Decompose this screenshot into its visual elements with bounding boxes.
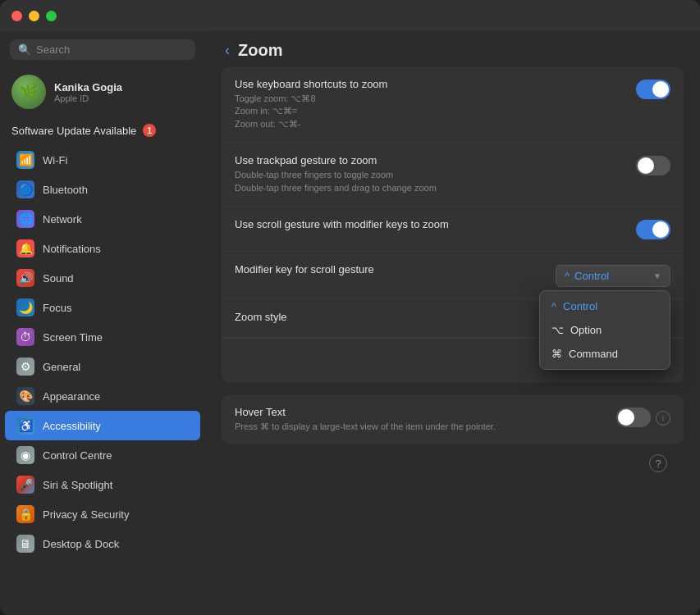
sidebar-item-label: Sound	[43, 272, 74, 285]
sidebar: 🔍 🌿 Kanika Gogia Apple ID Software Updat…	[0, 31, 205, 615]
scroll-gesture-row: Use scroll gesture with modifier keys to…	[222, 207, 684, 252]
sidebar-item-label: Wi-Fi	[43, 154, 67, 166]
close-button[interactable]	[11, 11, 22, 21]
modifier-option-control[interactable]: ^ Control	[540, 294, 670, 318]
trackpad-gesture-content: Use trackpad gesture to zoom Double-tap …	[235, 154, 636, 194]
hover-text-section: Hover Text Press ⌘ to display a large-te…	[222, 394, 684, 444]
modifier-key-label: Modifier key for scroll gesture	[235, 263, 556, 276]
appearance-icon: 🎨	[16, 387, 34, 405]
option-label: Command	[569, 348, 618, 360]
hover-text-toggle[interactable]	[616, 408, 651, 427]
keyboard-shortcuts-sub: Toggle zoom: ⌥⌘8 Zoom in: ⌥⌘= Zoom out: …	[235, 93, 636, 130]
sidebar-item-controlcentre[interactable]: ◉ Control Centre	[5, 440, 200, 470]
trackpad-gesture-toggle[interactable]	[636, 156, 670, 175]
sidebar-item-label: Notifications	[43, 243, 101, 255]
screentime-icon: ⏱	[16, 328, 34, 346]
sidebar-item-wifi[interactable]: 📶 Wi-Fi	[5, 145, 200, 175]
modifier-key-control: ^ Control ▼ ^ Control	[556, 265, 670, 287]
keyboard-shortcuts-toggle[interactable]	[636, 80, 670, 99]
modifier-key-dropdown-container: ^ Control ▼ ^ Control	[556, 265, 670, 287]
sidebar-item-sound[interactable]: 🔊 Sound	[5, 263, 200, 293]
keyboard-shortcuts-label: Use keyboard shortcuts to zoom	[235, 78, 636, 90]
help-area: ?	[222, 456, 684, 489]
sound-icon: 🔊	[16, 269, 34, 287]
avatar: 🌿	[11, 75, 46, 109]
scroll-gesture-control	[636, 220, 670, 239]
modifier-option-option[interactable]: ⌥ Option	[540, 318, 670, 342]
search-box[interactable]: 🔍	[10, 39, 195, 60]
user-profile[interactable]: 🌿 Kanika Gogia Apple ID	[0, 66, 205, 119]
main-header: ‹ Zoom	[205, 31, 700, 66]
sidebar-item-label: Control Centre	[43, 449, 112, 462]
main-window: 🔍 🌿 Kanika Gogia Apple ID Software Updat…	[0, 0, 700, 615]
desktop-icon: 🖥	[16, 535, 34, 553]
accessibility-icon: ♿	[16, 417, 34, 435]
sidebar-item-network[interactable]: 🌐 Network	[5, 204, 200, 234]
hover-text-row: Hover Text Press ⌘ to display a large-te…	[222, 394, 684, 444]
sidebar-item-accessibility[interactable]: ♿ Accessibility	[5, 411, 200, 440]
modifier-option-command[interactable]: ⌘ Command	[540, 342, 670, 366]
focus-icon: 🌙	[16, 298, 34, 317]
main-content: ‹ Zoom Use keyboard shortcuts to zoom To…	[205, 31, 700, 615]
sidebar-item-general[interactable]: ⚙ General	[5, 352, 200, 381]
avatar-image: 🌿	[11, 75, 46, 109]
dropdown-arrow-icon: ▼	[653, 271, 661, 280]
sidebar-item-bluetooth[interactable]: 🔵 Bluetooth	[5, 175, 200, 204]
modifier-key-value: Control	[574, 270, 609, 282]
update-badge: 1	[143, 124, 156, 137]
trackpad-gesture-label: Use trackpad gesture to zoom	[235, 154, 636, 166]
sidebar-item-privacy[interactable]: 🔒 Privacy & Security	[5, 499, 200, 529]
sidebar-item-notifications[interactable]: 🔔 Notifications	[5, 234, 200, 263]
notifications-icon: 🔔	[16, 239, 34, 257]
sidebar-item-siri[interactable]: 🎤 Siri & Spotlight	[5, 470, 200, 499]
scroll-gesture-toggle[interactable]	[636, 220, 670, 239]
sidebar-item-focus[interactable]: 🌙 Focus	[5, 293, 200, 322]
trackpad-gesture-row: Use trackpad gesture to zoom Double-tap …	[222, 143, 684, 207]
help-button[interactable]: ?	[649, 454, 667, 472]
back-button[interactable]: ‹	[225, 42, 230, 59]
page-title: Zoom	[238, 41, 282, 60]
siri-icon: 🎤	[16, 476, 34, 494]
modifier-key-prefix: ^	[565, 270, 570, 282]
traffic-lights	[11, 11, 57, 21]
wifi-icon: 📶	[16, 151, 34, 169]
info-icon[interactable]: i	[656, 411, 670, 426]
scroll-gesture-content: Use scroll gesture with modifier keys to…	[235, 218, 636, 233]
option-prefix: ⌘	[551, 348, 562, 360]
sidebar-item-appearance[interactable]: 🎨 Appearance	[5, 381, 200, 411]
user-name: Kanika Gogia	[54, 81, 122, 93]
sidebar-item-screentime[interactable]: ⏱ Screen Time	[5, 322, 200, 352]
sidebar-item-label: General	[43, 361, 80, 373]
sidebar-item-label: Siri & Spotlight	[43, 479, 112, 491]
search-icon: 🔍	[18, 43, 31, 56]
hover-text-sub: Press ⌘ to display a large-text view of …	[235, 421, 616, 433]
option-prefix: ⌥	[551, 324, 564, 336]
option-prefix: ^	[551, 300, 556, 312]
minimize-button[interactable]	[29, 11, 39, 21]
privacy-icon: 🔒	[16, 505, 34, 523]
modifier-key-dropdown[interactable]: ^ Control ▼	[556, 265, 670, 287]
software-update-item[interactable]: Software Update Available 1	[0, 119, 205, 145]
sidebar-item-label: Focus	[43, 302, 71, 314]
content-area: 🔍 🌿 Kanika Gogia Apple ID Software Updat…	[0, 31, 700, 615]
modifier-key-content: Modifier key for scroll gesture	[235, 263, 556, 278]
sidebar-item-label: Network	[43, 213, 82, 226]
user-subtitle: Apple ID	[54, 93, 122, 103]
sidebar-item-desktop[interactable]: 🖥 Desktop & Dock	[5, 529, 200, 558]
sidebar-item-label: Bluetooth	[43, 184, 88, 196]
zoom-settings-section: Use keyboard shortcuts to zoom Toggle zo…	[222, 66, 684, 383]
titlebar	[0, 0, 700, 31]
keyboard-shortcuts-content: Use keyboard shortcuts to zoom Toggle zo…	[235, 78, 636, 130]
modifier-key-dropdown-menu: ^ Control ⌥ Option ⌘ Com	[539, 290, 670, 370]
trackpad-gesture-control	[636, 156, 670, 175]
controlcentre-icon: ◉	[16, 446, 34, 464]
main-body: Use keyboard shortcuts to zoom Toggle zo…	[205, 66, 700, 615]
keyboard-shortcuts-control	[636, 80, 670, 99]
maximize-button[interactable]	[46, 11, 57, 21]
modifier-key-row: Modifier key for scroll gesture ^ Contro…	[222, 252, 684, 299]
sidebar-item-label: Desktop & Dock	[43, 538, 119, 550]
trackpad-gesture-sub: Double-tap three fingers to toggle zoom …	[235, 169, 636, 194]
search-input[interactable]	[36, 43, 187, 56]
hover-text-control: i	[616, 408, 670, 427]
sidebar-item-label: Screen Time	[43, 331, 103, 344]
